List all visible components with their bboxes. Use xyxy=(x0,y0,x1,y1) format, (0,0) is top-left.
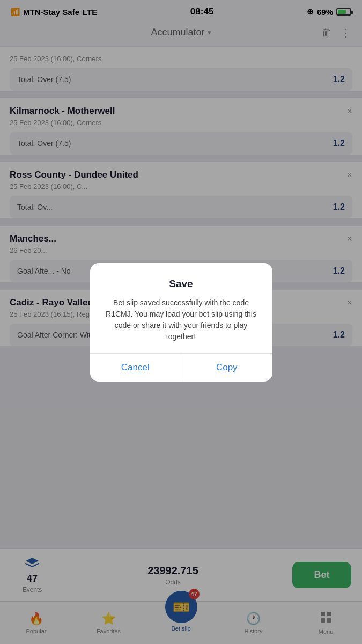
cancel-button[interactable]: Cancel xyxy=(90,354,182,382)
dialog-title: Save xyxy=(105,278,257,290)
copy-button[interactable]: Copy xyxy=(181,354,272,382)
dialog-content: Save Bet slip saved successfully with th… xyxy=(90,263,272,353)
dialog-message: Bet slip saved successfully with the cod… xyxy=(105,297,257,342)
dialog-overlay: Save Bet slip saved successfully with th… xyxy=(0,0,362,644)
dialog-buttons: Cancel Copy xyxy=(90,353,272,382)
save-dialog: Save Bet slip saved successfully with th… xyxy=(90,263,272,382)
